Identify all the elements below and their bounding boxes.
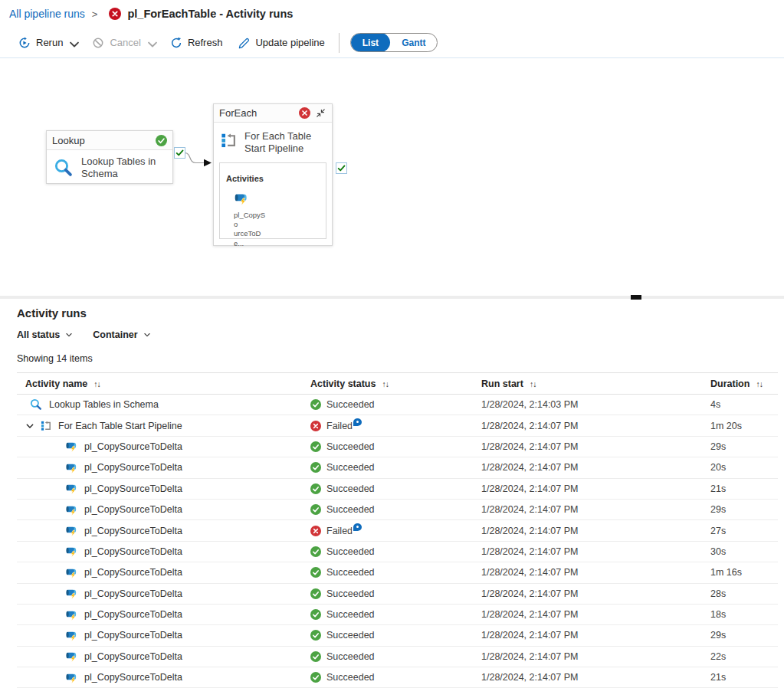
activity-status-text: Succeeded [326, 546, 375, 557]
duration-text: 4s [710, 399, 720, 410]
activity-status-text: Succeeded [326, 441, 375, 452]
run-start-text: 1/28/2024, 2:14:03 PM [481, 399, 578, 410]
cancel-label: Cancel [110, 37, 140, 48]
duration-text: 21s [710, 483, 726, 494]
table-row[interactable]: pl_CopySourceToDelta Failed 1/28/2024, 2… [17, 520, 778, 541]
activity-table-body: Lookup Tables in Schema Succeeded 1/28/2… [17, 395, 778, 688]
sort-arrows-icon: ↑↓ [530, 379, 536, 388]
run-start-text: 1/28/2024, 2:14:07 PM [481, 609, 578, 620]
row-expand-chevron-icon[interactable] [25, 421, 34, 431]
container-filter-dropdown[interactable]: Container [93, 329, 150, 340]
table-row[interactable]: pl_CopySourceToDelta Succeeded 1/28/2024… [17, 437, 778, 457]
table-row[interactable]: pl_CopySourceToDelta Succeeded 1/28/2024… [17, 542, 778, 562]
lookup-node-header: Lookup [47, 131, 172, 150]
table-row[interactable]: For Each Table Start Pipeline Failed 1/2… [17, 415, 778, 436]
column-header-run-start[interactable]: Run start ↑↓ [481, 378, 710, 389]
rerun-icon [18, 37, 31, 49]
view-toggle-gantt[interactable]: Gantt [390, 33, 437, 52]
lookup-node-body: Lookup Tables in Schema [47, 150, 172, 186]
rerun-label: Rerun [36, 37, 63, 48]
activity-name-text: pl_CopySourceToDelta [84, 672, 182, 683]
items-count-text: Showing 14 items [17, 353, 778, 364]
foreach-activity-name: For Each Table Start Pipeline [244, 130, 325, 156]
table-row[interactable]: Lookup Tables in Schema Succeeded 1/28/2… [17, 395, 778, 415]
failed-icon [299, 107, 310, 119]
duration-text: 29s [710, 441, 726, 452]
invoke-pipeline-icon [65, 440, 78, 453]
invoke-pipeline-icon [65, 461, 78, 474]
activity-runs-section: Activity runs All status Container Showi… [0, 299, 784, 688]
check-icon [337, 164, 346, 172]
activity-name-text: pl_CopySourceToDelta [84, 588, 182, 599]
check-icon [175, 149, 184, 157]
column-header-activity-name[interactable]: Activity name ↑↓ [17, 378, 310, 389]
error-message-icon[interactable] [353, 418, 362, 426]
foreach-activity-node[interactable]: ForEach For Each Table Start Pipeline Ac… [213, 103, 333, 246]
table-row[interactable]: pl_CopySourceToDelta Succeeded 1/28/2024… [17, 479, 778, 500]
table-row[interactable]: pl_CopySourceToDelta Succeeded 1/28/2024… [17, 500, 778, 520]
pipeline-activity-runs-page: All pipeline runs > pl_ForEachTable - Ac… [0, 0, 784, 698]
refresh-button[interactable]: Refresh [162, 33, 231, 53]
toolbar-divider [339, 33, 340, 53]
activity-status-text: Succeeded [326, 672, 375, 683]
run-start-text: 1/28/2024, 2:14:07 PM [481, 462, 578, 473]
column-header-activity-status[interactable]: Activity status ↑↓ [310, 378, 481, 389]
lookup-output-checkbox[interactable] [174, 147, 185, 159]
error-message-icon[interactable] [353, 523, 362, 531]
table-row[interactable]: pl_CopySourceToDelta Succeeded 1/28/2024… [17, 562, 778, 583]
table-row[interactable]: pl_CopySourceToDelta Succeeded 1/28/2024… [17, 625, 778, 646]
chevron-down-icon [146, 38, 155, 47]
table-row[interactable]: pl_CopySourceToDelta Succeeded 1/28/2024… [17, 667, 778, 688]
status-filter-dropdown[interactable]: All status [17, 329, 73, 340]
succeeded-icon [310, 399, 321, 410]
breadcrumb: All pipeline runs > pl_ForEachTable - Ac… [0, 0, 784, 28]
duration-text: 30s [710, 546, 726, 557]
table-row[interactable]: pl_CopySourceToDelta Succeeded 1/28/2024… [17, 605, 778, 625]
rerun-button[interactable]: Rerun [11, 33, 84, 53]
splitter-drag-handle[interactable] [631, 295, 641, 300]
invoke-pipeline-icon [65, 650, 78, 663]
chevron-down-icon [143, 331, 151, 339]
duration-text: 29s [710, 630, 726, 641]
activity-status-text: Failed [326, 526, 353, 536]
run-start-text: 1/28/2024, 2:14:07 PM [481, 567, 578, 578]
toolbar: Rerun Cancel Refresh Update pipeline Lis… [0, 28, 784, 58]
foreach-output-checkbox[interactable] [336, 162, 347, 174]
table-row[interactable]: pl_CopySourceToDelta Succeeded 1/28/2024… [17, 647, 778, 667]
activity-name-text: pl_CopySourceToDelta [84, 630, 182, 641]
foreach-node-body: For Each Table Start Pipeline Activities… [214, 123, 332, 239]
column-label: Run start [481, 378, 523, 389]
activity-status-text: Succeeded [326, 588, 375, 599]
activity-status-text: Succeeded [326, 651, 375, 662]
table-row[interactable]: pl_CopySourceToDelta Succeeded 1/28/2024… [17, 584, 778, 605]
refresh-label: Refresh [188, 37, 223, 48]
run-start-text: 1/28/2024, 2:14:07 PM [481, 672, 578, 683]
cancel-button[interactable]: Cancel [84, 33, 162, 53]
run-start-text: 1/28/2024, 2:14:07 PM [481, 421, 578, 431]
invoke-pipeline-icon [65, 566, 78, 579]
invoke-pipeline-icon [65, 524, 78, 537]
inner-activity-invoke-pipeline[interactable]: pl_CopySourceToDe... [234, 191, 269, 248]
sort-arrows-icon: ↑↓ [756, 379, 763, 388]
activity-name-text: pl_CopySourceToDelta [84, 462, 182, 473]
activity-status-text: Succeeded [326, 399, 375, 410]
failed-icon [310, 526, 321, 536]
sort-arrows-icon: ↑↓ [93, 379, 100, 388]
foreach-icon [221, 132, 238, 149]
breadcrumb-separator: > [92, 8, 98, 20]
activity-status-text: Succeeded [326, 567, 375, 578]
collapse-diagonal-icon[interactable] [315, 107, 326, 119]
column-header-duration[interactable]: Duration ↑↓ [710, 378, 778, 389]
view-toggle-list[interactable]: List [351, 33, 390, 52]
foreach-node-type-label: ForEach [219, 107, 294, 119]
duration-text: 22s [710, 651, 726, 662]
refresh-icon [170, 37, 182, 49]
lookup-activity-node[interactable]: Lookup Lookup Tables in Schema [46, 130, 173, 184]
container-filter-label: Container [93, 329, 137, 340]
breadcrumb-all-pipeline-runs-link[interactable]: All pipeline runs [9, 8, 85, 20]
update-pipeline-button[interactable]: Update pipeline [230, 33, 332, 53]
table-row[interactable]: pl_CopySourceToDelta Succeeded 1/28/2024… [17, 457, 778, 478]
duration-text: 27s [710, 526, 726, 536]
succeeded-icon [310, 630, 321, 641]
activity-name-text: For Each Table Start Pipeline [58, 421, 182, 431]
